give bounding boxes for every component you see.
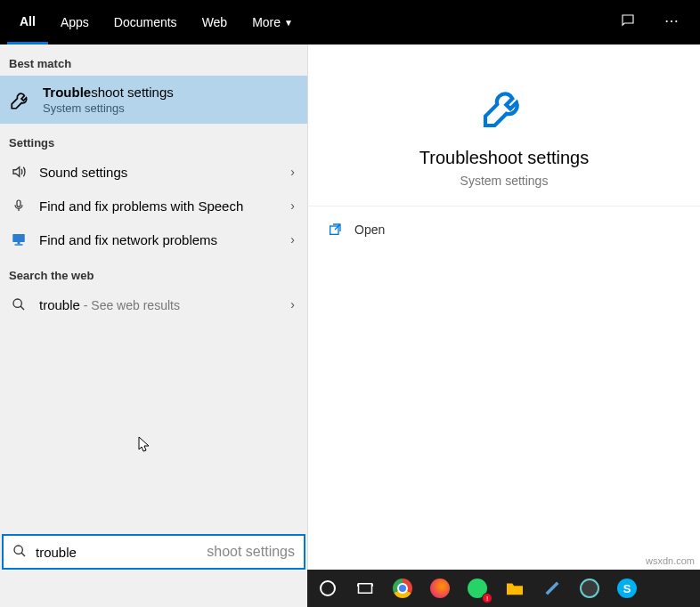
chevron-down-icon: ▼ bbox=[284, 18, 293, 28]
wrench-icon bbox=[477, 80, 531, 134]
result-label: Find and fix network problems bbox=[39, 232, 280, 247]
app-icon-2[interactable] bbox=[576, 575, 603, 602]
whatsapp-icon[interactable]: ! bbox=[464, 575, 491, 602]
open-label: Open bbox=[354, 223, 385, 237]
result-sound-settings[interactable]: Sound settings › bbox=[0, 155, 307, 189]
feedback-icon[interactable] bbox=[613, 5, 643, 39]
open-icon bbox=[328, 223, 342, 237]
tab-all[interactable]: All bbox=[7, 0, 48, 45]
chevron-right-icon: › bbox=[290, 297, 298, 312]
svg-rect-3 bbox=[15, 244, 23, 246]
tab-apps[interactable]: Apps bbox=[48, 0, 102, 45]
svg-rect-2 bbox=[18, 242, 20, 244]
wrench-icon bbox=[9, 88, 32, 111]
network-icon bbox=[9, 230, 28, 249]
leftfill bbox=[0, 570, 307, 607]
skype-icon[interactable]: S bbox=[614, 575, 640, 602]
results-panel: Best match Troubleshoot settings System … bbox=[0, 45, 307, 570]
section-settings: Settings bbox=[0, 124, 307, 155]
detail-panel: Troubleshoot settings System settings Op… bbox=[307, 45, 700, 570]
result-label: Find and fix problems with Speech bbox=[39, 198, 280, 214]
app-icon[interactable] bbox=[539, 575, 566, 602]
svg-point-6 bbox=[14, 546, 22, 554]
search-input[interactable] bbox=[36, 545, 569, 560]
result-label: Sound settings bbox=[39, 165, 280, 180]
svg-rect-7 bbox=[359, 584, 372, 594]
search-icon bbox=[12, 544, 27, 561]
chevron-right-icon: › bbox=[290, 198, 298, 213]
result-network[interactable]: Find and fix network problems › bbox=[0, 223, 307, 256]
result-web-search[interactable]: trouble - See web results › bbox=[0, 287, 307, 321]
tab-documents[interactable]: Documents bbox=[102, 0, 190, 45]
svg-rect-1 bbox=[12, 234, 25, 242]
microphone-icon bbox=[9, 196, 28, 215]
result-speech[interactable]: Find and fix problems with Speech › bbox=[0, 189, 307, 223]
chevron-right-icon: › bbox=[290, 232, 298, 247]
best-match-title: Troubleshoot settings bbox=[43, 85, 174, 100]
section-best-match: Best match bbox=[0, 45, 307, 76]
search-icon bbox=[9, 295, 28, 314]
section-search-web: Search the web bbox=[0, 256, 307, 287]
taskview-icon[interactable] bbox=[352, 575, 378, 602]
taskbar: ! S bbox=[307, 570, 700, 607]
cortana-icon[interactable] bbox=[314, 575, 341, 602]
tab-web[interactable]: Web bbox=[190, 0, 240, 45]
chevron-right-icon: › bbox=[290, 165, 298, 179]
explorer-icon[interactable] bbox=[501, 575, 528, 602]
filter-tabs: All Apps Documents Web More▼ ⋯ bbox=[0, 0, 700, 45]
svg-rect-0 bbox=[17, 200, 20, 206]
best-match-subtitle: System settings bbox=[43, 101, 174, 115]
search-box[interactable]: shoot settings bbox=[2, 534, 305, 570]
svg-point-4 bbox=[13, 299, 21, 307]
detail-title: Troubleshoot settings bbox=[326, 148, 682, 168]
speaker-icon bbox=[9, 162, 28, 182]
notification-badge: ! bbox=[482, 593, 492, 603]
open-action[interactable]: Open bbox=[308, 206, 700, 253]
more-options-icon[interactable]: ⋯ bbox=[657, 5, 686, 39]
chrome-icon[interactable] bbox=[389, 575, 416, 602]
watermark: wsxdn.com bbox=[646, 555, 695, 566]
firefox-icon[interactable] bbox=[427, 575, 453, 602]
tab-more[interactable]: More▼ bbox=[240, 0, 305, 45]
best-match-item[interactable]: Troubleshoot settings System settings bbox=[0, 76, 307, 124]
result-label: trouble - See web results bbox=[39, 297, 280, 312]
detail-subtitle: System settings bbox=[326, 174, 682, 188]
search-window: All Apps Documents Web More▼ ⋯ Best matc… bbox=[0, 0, 700, 570]
